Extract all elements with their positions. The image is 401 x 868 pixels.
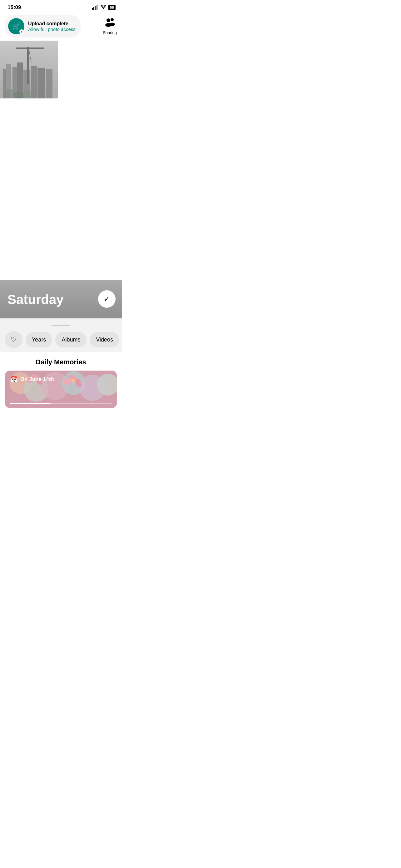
main-content: Saturday ✓ ♡ Years Albums Videos Sort Da… xyxy=(0,41,122,408)
notification-title: Upload complete xyxy=(28,21,75,27)
svg-rect-0 xyxy=(92,8,93,10)
svg-rect-4 xyxy=(97,5,98,10)
day-label: Saturday xyxy=(7,292,64,307)
status-bar: 15:09 xyxy=(0,0,122,13)
albums-button[interactable]: Albums xyxy=(55,332,87,347)
years-button[interactable]: Years xyxy=(26,332,52,347)
svg-rect-3 xyxy=(96,5,97,10)
svg-point-6 xyxy=(106,19,110,22)
amazon-logo-icon: 🛒 xyxy=(12,22,21,30)
header-row: 🛒 ! Upload complete Allow full photo acc… xyxy=(0,13,122,41)
svg-point-9 xyxy=(109,23,115,26)
sharing-label: Sharing xyxy=(103,30,117,35)
daily-memories-section: Daily Memories xyxy=(0,352,122,408)
day-overlay: Saturday ✓ xyxy=(0,280,122,318)
photo-thumbnail[interactable] xyxy=(0,41,58,98)
signal-icon xyxy=(92,5,98,11)
notification-text: Upload complete Allow full photo access xyxy=(28,21,75,32)
svg-rect-1 xyxy=(93,7,94,10)
memories-date-text: On June 14th xyxy=(20,376,54,382)
heart-icon: ♡ xyxy=(11,336,17,343)
progress-fill xyxy=(10,403,51,404)
svg-point-5 xyxy=(103,8,104,9)
photo-row xyxy=(0,41,122,98)
app-icon: 🛒 ! xyxy=(8,18,24,34)
sharing-button[interactable]: Sharing xyxy=(103,18,117,35)
status-icons: 66 xyxy=(92,5,115,11)
favorites-button[interactable]: ♡ xyxy=(5,331,23,348)
calendar-icon: 📅 xyxy=(10,376,18,383)
page: 15:09 xyxy=(0,0,122,408)
check-icon: ✓ xyxy=(104,294,110,303)
memories-date-badge: 📅 On June 14th xyxy=(10,376,54,383)
wifi-icon xyxy=(100,5,106,11)
videos-button[interactable]: Videos xyxy=(90,332,119,347)
status-time: 15:09 xyxy=(7,4,21,11)
daily-memories-title: Daily Memories xyxy=(0,358,122,366)
photo-area xyxy=(0,41,122,98)
svg-rect-2 xyxy=(95,6,96,10)
battery-indicator: 66 xyxy=(108,5,115,10)
svg-point-8 xyxy=(110,18,114,21)
checkmark-button[interactable]: ✓ xyxy=(98,290,115,308)
empty-space xyxy=(0,98,122,280)
notification-pill[interactable]: 🛒 ! Upload complete Allow full photo acc… xyxy=(5,15,80,37)
exclamation-badge: ! xyxy=(20,29,24,34)
memories-progress-bar xyxy=(10,403,112,404)
svg-rect-26 xyxy=(0,41,58,98)
bottom-nav: ♡ Years Albums Videos Sort xyxy=(0,326,122,352)
sharing-icon xyxy=(104,18,115,29)
memories-card[interactable]: 📅 On June 14th xyxy=(5,371,117,408)
sheet-handle-area xyxy=(0,318,122,326)
notification-subtitle[interactable]: Allow full photo access xyxy=(28,27,75,32)
